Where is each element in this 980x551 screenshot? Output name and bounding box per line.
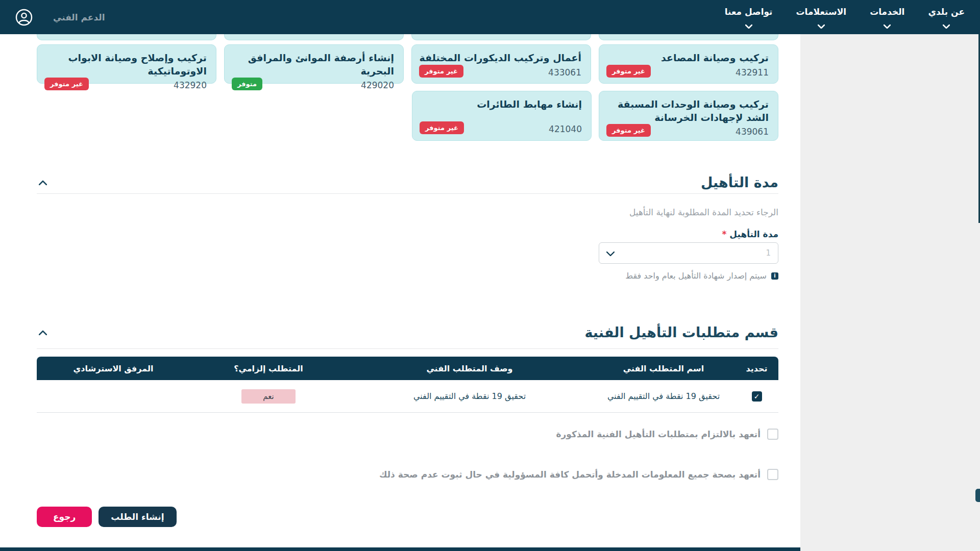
- service-card[interactable]: تركيب وإصلاح وصيانة الابواب الاوتوماتيكي…: [37, 44, 216, 84]
- service-cards-row-2: تركيب وصيانة الوحدات المسبقة الشد لإجهاد…: [37, 91, 778, 141]
- service-code: 429020: [361, 80, 394, 90]
- period-note-line: i سيتم إصدار شهادة التأهيل بعام واحد فقط: [37, 271, 778, 281]
- service-code: 433061: [548, 67, 581, 78]
- service-card-title: إنشاء مهابط الطائرات: [420, 98, 582, 111]
- table-header-row: تحديد اسم المتطلب الفني وصف المتطلب الفن…: [37, 357, 778, 380]
- info-icon: i: [771, 272, 778, 280]
- cutoff-card: [224, 34, 404, 40]
- section-divider: [37, 193, 778, 194]
- table-header-guidance-attachment: المرفق الاسترشادي: [37, 357, 190, 380]
- chevron-down-icon: [884, 21, 891, 31]
- agreement-label: أتعهد بصحة جميع المعلومات المدخلة وأتحمل…: [379, 469, 761, 480]
- select-value: 1: [766, 248, 771, 258]
- period-hint-text: الرجاء تحديد المدة المطلوبة لنهاية التأه…: [37, 207, 778, 217]
- user-account-icon[interactable]: [15, 9, 33, 26]
- availability-badge: غير متوفر: [419, 65, 463, 78]
- chevron-down-icon: [745, 21, 752, 31]
- agreement-row: أتعهد بالالتزام بمتطلبات التأهيل الفنية …: [37, 429, 778, 440]
- table-header-requirement-name: اسم المتطلب الفني: [592, 357, 735, 380]
- header: عن بلدي الخدمات الاستعلامات تواصل معنا ا…: [0, 0, 980, 34]
- agreement-row: أتعهد بصحة جميع المعلومات المدخلة وأتحمل…: [37, 469, 778, 480]
- service-card-title: إنشاء أرصفة الموانئ والمرافق البحرية: [232, 52, 394, 78]
- technical-support-label[interactable]: الدعم الفني: [53, 12, 105, 22]
- service-card[interactable]: تركيب وصيانة المصاعد 432911 غير متوفر: [599, 44, 778, 84]
- main-nav: عن بلدي الخدمات الاستعلامات تواصل معنا: [725, 0, 980, 34]
- main-content: تركيب وصيانة المصاعد 432911 غير متوفر أع…: [37, 34, 778, 527]
- chevron-down-icon: [818, 21, 825, 31]
- availability-badge: غير متوفر: [44, 78, 89, 90]
- service-code: 432920: [174, 80, 207, 90]
- availability-badge: غير متوفر: [606, 124, 651, 137]
- cutoff-card: [37, 34, 216, 40]
- chevron-up-icon: [39, 329, 47, 337]
- agreement-checkbox[interactable]: [767, 469, 778, 480]
- scrollbar-thumb[interactable]: [975, 489, 980, 502]
- table-row: ✓ تحقيق 19 نقطة في التقييم الفني تحقيق 1…: [37, 380, 778, 413]
- requirement-name-cell: تحقيق 19 نقطة في التقييم الفني: [592, 380, 735, 413]
- nav-item-services[interactable]: الخدمات: [870, 7, 904, 31]
- back-button[interactable]: رجوع: [37, 507, 92, 527]
- period-note-text: سيتم إصدار شهادة التأهيل بعام واحد فقط: [625, 271, 767, 281]
- requirement-description-cell: تحقيق 19 نقطة في التقييم الفني: [347, 380, 592, 413]
- create-request-button[interactable]: إنشاء الطلب: [99, 507, 176, 527]
- table-header-requirement-description: وصف المتطلب الفني: [347, 357, 592, 380]
- nav-label: عن بلدي: [928, 7, 965, 17]
- section-technical-requirements-header: قسم متطلبات التأهيل الفنية: [37, 324, 778, 340]
- service-code: 432911: [736, 67, 769, 78]
- service-card[interactable]: إنشاء أرصفة الموانئ والمرافق البحرية 429…: [224, 44, 404, 84]
- required-asterisk: *: [722, 229, 726, 239]
- chevron-down-icon: [943, 21, 950, 31]
- service-card-title: تركيب وصيانة المصاعد: [606, 52, 769, 65]
- nav-label: تواصل معنا: [725, 7, 773, 17]
- availability-badge: متوفر: [232, 78, 262, 90]
- section-divider: [37, 348, 778, 349]
- nav-item-inquiries[interactable]: الاستعلامات: [796, 7, 847, 31]
- availability-badge: غير متوفر: [420, 121, 464, 134]
- cutoff-card: [599, 34, 778, 40]
- row-select-checkbox-checked[interactable]: ✓: [752, 391, 762, 402]
- nav-label: الخدمات: [870, 7, 904, 17]
- table-header-select: تحديد: [735, 357, 778, 380]
- nav-label: الاستعلامات: [796, 7, 847, 17]
- service-card-title: أعمال وتركيب الديكورات المختلفة: [419, 52, 581, 65]
- chevron-down-icon: [606, 248, 615, 258]
- availability-badge: غير متوفر: [606, 65, 651, 78]
- section-title: قسم متطلبات التأهيل الفنية: [584, 324, 778, 340]
- footer-strip: [0, 547, 800, 551]
- agreement-label: أتعهد بالالتزام بمتطلبات التأهيل الفنية …: [556, 429, 761, 439]
- side-panel: [800, 34, 980, 551]
- service-card-title: تركيب وإصلاح وصيانة الابواب الاوتوماتيكي…: [44, 52, 207, 78]
- service-cards-row-1: تركيب وصيانة المصاعد 432911 غير متوفر أع…: [37, 44, 778, 84]
- header-left-group: الدعم الفني: [0, 9, 105, 26]
- period-select[interactable]: 1: [599, 242, 778, 264]
- page: عن بلدي الخدمات الاستعلامات تواصل معنا ا…: [0, 0, 980, 551]
- service-card[interactable]: إنشاء مهابط الطائرات 421040 غير متوفر: [412, 91, 592, 141]
- service-code: 439061: [736, 127, 769, 137]
- mandatory-badge: نعم: [241, 389, 295, 404]
- collapse-section-button[interactable]: [37, 328, 49, 337]
- cutoff-card-row: [37, 34, 778, 40]
- service-code: 421040: [549, 124, 582, 134]
- nav-item-about-balady[interactable]: عن بلدي: [928, 7, 965, 31]
- service-card[interactable]: تركيب وصيانة الوحدات المسبقة الشد لإجهاد…: [599, 91, 778, 141]
- cutoff-card: [411, 34, 591, 40]
- attachment-cell: [37, 380, 190, 413]
- chevron-up-icon: [39, 179, 47, 187]
- nav-item-contact-us[interactable]: تواصل معنا: [725, 7, 773, 31]
- section-qualification-period-header: مدة التأهيل: [37, 174, 778, 190]
- period-field-label: مدة التأهيل*: [37, 229, 778, 239]
- service-card[interactable]: أعمال وتركيب الديكورات المختلفة 433061 غ…: [411, 44, 591, 84]
- table-header-mandatory: المتطلب إلزامي؟: [190, 357, 347, 380]
- requirements-table: تحديد اسم المتطلب الفني وصف المتطلب الفن…: [37, 357, 778, 413]
- select-cell: ✓: [735, 380, 778, 413]
- section-title: مدة التأهيل: [701, 174, 778, 190]
- collapse-section-button[interactable]: [37, 178, 49, 187]
- mandatory-cell: نعم: [190, 380, 347, 413]
- agreement-checkbox[interactable]: [767, 429, 778, 440]
- service-card-title: تركيب وصيانة الوحدات المسبقة الشد لإجهاد…: [606, 98, 769, 124]
- form-actions: إنشاء الطلب رجوع: [37, 507, 778, 527]
